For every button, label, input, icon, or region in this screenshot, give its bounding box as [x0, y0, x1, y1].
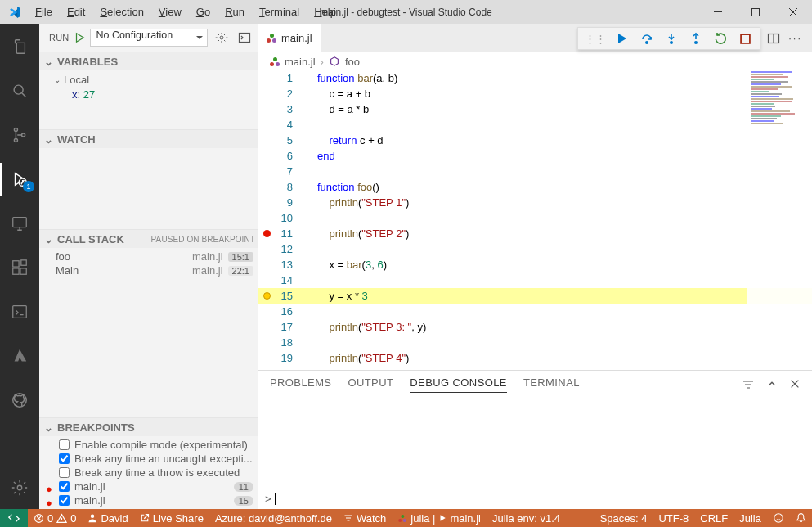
remote-explorer-icon[interactable] [0, 207, 39, 240]
checkbox[interactable] [59, 495, 70, 506]
more-actions-icon[interactable]: ··· [788, 32, 802, 44]
source-control-icon[interactable] [0, 119, 39, 151]
start-debug-icon[interactable] [74, 32, 85, 43]
maximize-button[interactable] [737, 0, 774, 24]
code-line[interactable]: 4 [258, 117, 812, 133]
code-line[interactable]: 3 d = a * b [258, 101, 812, 117]
code-line[interactable]: 18 [258, 335, 812, 350]
breadcrumb[interactable]: main.jl › foo [258, 52, 812, 70]
code-line[interactable]: 5 return c + d [258, 133, 812, 148]
checkbox[interactable] [59, 439, 70, 450]
liveshare-user[interactable]: David [82, 509, 133, 527]
code-line[interactable]: 8function foo() [258, 179, 812, 195]
menu-view[interactable]: View [152, 2, 188, 21]
menu-selection[interactable]: Selection [93, 2, 150, 21]
step-into-icon[interactable] [660, 29, 683, 48]
gutter-glyph[interactable] [258, 335, 275, 350]
drag-handle-icon[interactable]: ⋮⋮ [581, 33, 609, 45]
gutter-glyph[interactable] [258, 273, 275, 288]
editor-tab[interactable]: main.jl [258, 24, 321, 52]
step-over-icon[interactable] [635, 29, 658, 48]
minimap[interactable] [747, 70, 812, 370]
remote-indicator[interactable] [0, 509, 28, 527]
menu-edit[interactable]: Edit [61, 2, 92, 21]
gutter-glyph[interactable] [258, 226, 275, 241]
code-line[interactable]: 15 y = x * 3 [258, 288, 812, 304]
debug-console-input[interactable]: > [258, 488, 812, 509]
azure-icon[interactable] [0, 340, 39, 372]
checkbox[interactable] [59, 481, 70, 492]
gutter-glyph[interactable] [258, 350, 275, 366]
callstack-header[interactable]: ⌄ CALL STACK PAUSED ON BREAKPOINT [39, 230, 258, 248]
variables-header[interactable]: ⌄ VARIABLES [39, 52, 258, 70]
watch-status[interactable]: Watch [338, 509, 392, 527]
encoding-status[interactable]: UTF-8 [653, 512, 694, 525]
extensions-icon[interactable] [0, 251, 39, 284]
code-line[interactable]: 2 c = a + b [258, 86, 812, 101]
debug-settings-icon[interactable] [213, 29, 231, 47]
gutter-glyph[interactable] [258, 117, 275, 133]
gutter-glyph[interactable] [258, 257, 275, 273]
gutter-glyph[interactable] [258, 304, 275, 319]
feedback-icon[interactable] [767, 512, 790, 524]
code-line[interactable]: 1function bar(a, b) [258, 70, 812, 86]
gutter-glyph[interactable] [258, 241, 275, 257]
panel-tab-debug-console[interactable]: DEBUG CONSOLE [410, 376, 507, 393]
code-line[interactable]: 7 [258, 164, 812, 179]
breakpoint-option[interactable]: Enable compile mode (experimental) [39, 438, 258, 452]
code-editor[interactable]: 1function bar(a, b)2 c = a + b3 d = a * … [258, 70, 812, 370]
problems-status[interactable]: 0 0 [28, 509, 82, 527]
debug-toolbar[interactable]: ⋮⋮ [577, 27, 760, 50]
search-icon[interactable] [0, 74, 39, 107]
gutter-glyph[interactable] [258, 164, 275, 179]
gutter-glyph[interactable] [258, 210, 275, 226]
variable-scope[interactable]: ⌄ Local [39, 72, 258, 88]
menu-terminal[interactable]: Terminal [253, 2, 306, 21]
menu-run[interactable]: Run [218, 2, 251, 21]
gutter-glyph[interactable] [258, 133, 275, 148]
menu-go[interactable]: Go [190, 2, 217, 21]
indentation-status[interactable]: Spaces: 4 [594, 512, 653, 525]
stop-icon[interactable] [733, 29, 756, 48]
github-icon[interactable] [0, 384, 39, 417]
gutter-glyph[interactable] [258, 148, 275, 164]
code-line[interactable]: 12 [258, 241, 812, 257]
code-line[interactable]: 6end [258, 148, 812, 164]
panel-tab-problems[interactable]: PROBLEMS [270, 376, 331, 392]
step-out-icon[interactable] [684, 29, 707, 48]
code-line[interactable]: 9 println("STEP 1") [258, 195, 812, 210]
code-line[interactable]: 14 [258, 273, 812, 288]
breakpoint-option[interactable]: Break any time a throw is executed [39, 466, 258, 480]
checkbox[interactable] [59, 453, 70, 464]
minimize-button[interactable] [699, 0, 737, 24]
breakpoint-option[interactable]: Break any time an uncaught excepti... [39, 452, 258, 466]
breakpoints-header[interactable]: ⌄ BREAKPOINTS [39, 418, 258, 436]
gutter-glyph[interactable] [258, 319, 275, 335]
split-editor-icon[interactable] [767, 32, 780, 45]
gutter-glyph[interactable] [258, 195, 275, 210]
debug-config-select[interactable]: No Configuration [90, 29, 208, 47]
code-line[interactable]: 17 println("STEP 3: ", y) [258, 319, 812, 335]
code-line[interactable]: 13 x = bar(3, 6) [258, 257, 812, 273]
gutter-glyph[interactable] [258, 101, 275, 117]
explorer-icon[interactable] [0, 30, 39, 63]
settings-gear-icon[interactable] [0, 471, 39, 504]
breakpoint-item[interactable]: ●main.jl11 [39, 480, 258, 493]
code-line[interactable]: 10 [258, 210, 812, 226]
panel-tab-terminal[interactable]: TERMINAL [523, 376, 580, 392]
julia-env-status[interactable]: Julia env: v1.4 [487, 509, 566, 527]
variable-item[interactable]: x: 27 [39, 88, 258, 101]
language-mode-status[interactable]: Julia [733, 512, 767, 525]
callstack-frame[interactable]: Mainmain.jl22:1 [39, 264, 258, 277]
azure-status[interactable]: Azure: david@anthoff.de [209, 509, 338, 527]
code-line[interactable]: 11 println("STEP 2") [258, 226, 812, 241]
run-debug-icon[interactable]: 1 [0, 163, 39, 196]
menu-file[interactable]: File [29, 2, 59, 21]
gutter-glyph[interactable] [258, 86, 275, 101]
menu-help[interactable]: Help [307, 2, 343, 21]
close-panel-icon[interactable] [789, 378, 801, 391]
breakpoint-item[interactable]: ●main.jl15 [39, 493, 258, 507]
notifications-icon[interactable] [790, 512, 812, 523]
code-line[interactable]: 16 [258, 304, 812, 319]
watch-header[interactable]: ⌄ WATCH [39, 130, 258, 148]
